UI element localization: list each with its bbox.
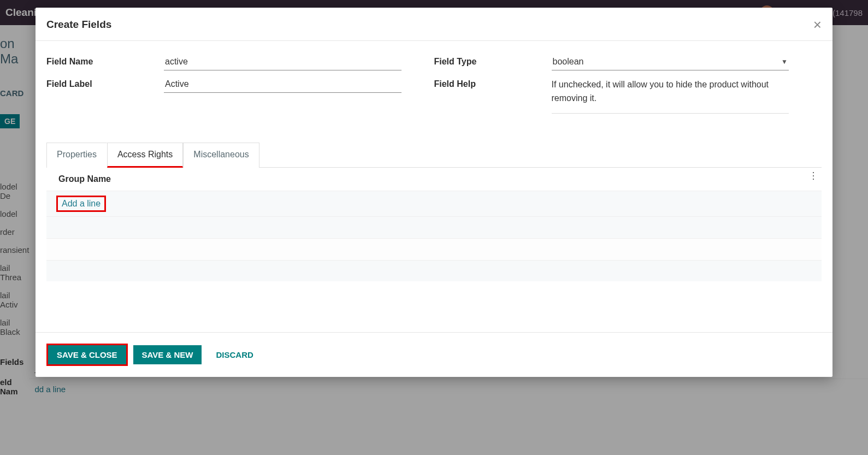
- tabs: Properties Access Rights Miscellaneous: [46, 142, 822, 168]
- save-close-highlight: SAVE & CLOSE: [46, 344, 128, 366]
- field-name-label: Field Name: [46, 55, 164, 70]
- field-name-input[interactable]: [164, 55, 401, 70]
- table-row: [46, 217, 822, 239]
- save-new-button[interactable]: SAVE & NEW: [133, 345, 202, 364]
- save-close-button[interactable]: SAVE & CLOSE: [48, 345, 126, 364]
- add-a-line-link[interactable]: Add a line: [60, 198, 103, 210]
- table-row: [46, 239, 822, 261]
- groups-table-header: Group Name ⋯: [46, 168, 822, 191]
- group-name-column-header: Group Name: [46, 174, 805, 184]
- modal-header: Create Fields ×: [36, 8, 832, 41]
- add-line-highlight: Add a line: [56, 196, 106, 212]
- form-row-1: Field Name Field Type boolean ▼: [46, 55, 822, 70]
- modal-body: Field Name Field Type boolean ▼ Field La…: [36, 41, 832, 332]
- tab-properties[interactable]: Properties: [46, 143, 107, 168]
- table-row: [46, 261, 822, 281]
- caret-down-icon: ▼: [781, 58, 788, 66]
- field-type-select[interactable]: boolean ▼: [552, 55, 789, 70]
- tab-content: Group Name ⋯ Add a line: [46, 168, 822, 321]
- modal-footer: SAVE & CLOSE SAVE & NEW DISCARD: [36, 332, 832, 377]
- field-type-label: Field Type: [434, 55, 552, 70]
- field-help-label: Field Help: [434, 77, 552, 114]
- tabs-container: Properties Access Rights Miscellaneous G…: [46, 142, 822, 321]
- form-col-help: Field Help If unchecked, it will allow y…: [434, 77, 822, 114]
- form-col-label: Field Label: [46, 77, 434, 114]
- groups-table-body: [46, 217, 822, 321]
- form-col-type: Field Type boolean ▼: [434, 55, 822, 70]
- modal-title: Create Fields: [46, 19, 111, 31]
- tab-access-rights[interactable]: Access Rights: [107, 143, 183, 168]
- discard-button[interactable]: DISCARD: [207, 345, 262, 364]
- field-help-textarea[interactable]: If unchecked, it will allow you to hide …: [552, 77, 789, 105]
- close-icon[interactable]: ×: [813, 17, 822, 32]
- add-line-row: Add a line: [46, 191, 822, 217]
- field-label-input[interactable]: [164, 77, 401, 93]
- kebab-menu-icon[interactable]: ⋯: [808, 170, 820, 187]
- create-fields-modal: Create Fields × Field Name Field Type bo…: [36, 8, 832, 377]
- form-row-2: Field Label Field Help If unchecked, it …: [46, 77, 822, 114]
- tab-miscellaneous[interactable]: Miscellaneous: [183, 143, 259, 168]
- form-col-name: Field Name: [46, 55, 434, 70]
- field-label-label: Field Label: [46, 77, 164, 114]
- field-type-value: boolean: [553, 57, 584, 67]
